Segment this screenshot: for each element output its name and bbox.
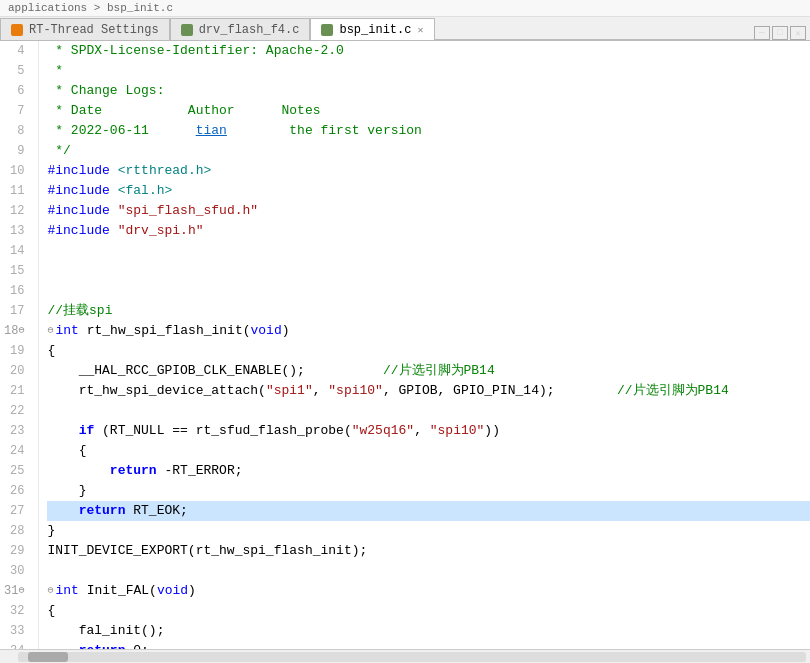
fold-31[interactable]: ⊖ bbox=[47, 581, 53, 601]
scroll-left-marker bbox=[0, 650, 14, 663]
code-text-17: //挂载spi bbox=[47, 301, 112, 321]
restore-button[interactable]: □ bbox=[772, 26, 788, 40]
tab-label-bsp: bsp_init.c bbox=[339, 23, 411, 37]
code-text-23g: )) bbox=[484, 421, 500, 441]
ln-16: 16 bbox=[4, 281, 30, 301]
code-text-34b: return bbox=[79, 641, 126, 649]
ln-10: 10 bbox=[4, 161, 30, 181]
line-numbers: 4 5 6 7 8 9 10 11 12 13 14 15 16 17 18⊖ … bbox=[0, 41, 39, 649]
tab-label-drv: drv_flash_f4.c bbox=[199, 23, 300, 37]
main-window: applications > bsp_init.c RT-Thread Sett… bbox=[0, 0, 810, 663]
code-line-9: */ bbox=[47, 141, 810, 161]
code-line-34: return 0; bbox=[47, 641, 810, 649]
tab-rt-thread-settings[interactable]: RT-Thread Settings bbox=[0, 18, 170, 40]
code-text-26: } bbox=[47, 481, 86, 501]
code-editor: 4 5 6 7 8 9 10 11 12 13 14 15 16 17 18⊖ … bbox=[0, 41, 810, 649]
code-text-10a: #include bbox=[47, 161, 109, 181]
ln-22: 22 bbox=[4, 401, 30, 421]
code-text-18a: int bbox=[55, 321, 78, 341]
code-text-18d: ) bbox=[282, 321, 290, 341]
ln-18: 18⊖ bbox=[4, 321, 30, 341]
code-text-6: * Change Logs: bbox=[47, 81, 164, 101]
ln-4: 4 bbox=[4, 41, 30, 61]
code-text-25a bbox=[47, 461, 109, 481]
code-text-13a: #include bbox=[47, 221, 109, 241]
ln-25: 25 bbox=[4, 461, 30, 481]
code-text-23b: if bbox=[79, 421, 95, 441]
ln-7: 7 bbox=[4, 101, 30, 121]
code-text-31a: int bbox=[55, 581, 78, 601]
h-scroll-track[interactable] bbox=[18, 652, 806, 662]
code-line-20: __HAL_RCC_GPIOB_CLK_ENABLE(); //片选引脚为PB1… bbox=[47, 361, 810, 381]
code-text-19: { bbox=[47, 341, 55, 361]
code-line-31: ⊖int Init_FAL(void) bbox=[47, 581, 810, 601]
code-text-23e: , bbox=[414, 421, 430, 441]
ln-28: 28 bbox=[4, 521, 30, 541]
ln-13: 13 bbox=[4, 221, 30, 241]
code-text-25c: -RT_ERROR; bbox=[157, 461, 243, 481]
code-text-7: * Date Author Notes bbox=[47, 101, 320, 121]
minimize-button[interactable]: — bbox=[754, 26, 770, 40]
code-line-33: fal_init(); bbox=[47, 621, 810, 641]
code-text-33: fal_init(); bbox=[47, 621, 164, 641]
code-line-8: * 2022-06-11 tian the first version bbox=[47, 121, 810, 141]
code-line-22 bbox=[47, 401, 810, 421]
code-line-32: { bbox=[47, 601, 810, 621]
code-text-18b: rt_hw_spi_flash_init( bbox=[79, 321, 251, 341]
code-text-11c: <fal.h> bbox=[118, 181, 173, 201]
code-text-32: { bbox=[47, 601, 55, 621]
code-line-25: return -RT_ERROR; bbox=[47, 461, 810, 481]
ln-20: 20 bbox=[4, 361, 30, 381]
h-scroll-thumb[interactable] bbox=[28, 652, 68, 662]
ln-11: 11 bbox=[4, 181, 30, 201]
code-text-13b bbox=[110, 221, 118, 241]
code-text-28: } bbox=[47, 521, 55, 541]
code-text-23a bbox=[47, 421, 78, 441]
ln-32: 32 bbox=[4, 601, 30, 621]
code-line-14 bbox=[47, 241, 810, 261]
ln-9: 9 bbox=[4, 141, 30, 161]
code-text-11a: #include bbox=[47, 181, 109, 201]
tab-bsp-init[interactable]: bsp_init.c ✕ bbox=[310, 18, 434, 40]
code-line-10: #include <rtthread.h> bbox=[47, 161, 810, 181]
code-line-5: * bbox=[47, 61, 810, 81]
code-text-23c: (RT_NULL == rt_sfud_flash_probe( bbox=[94, 421, 351, 441]
ln-31: 31⊖ bbox=[4, 581, 30, 601]
code-text-20b: //片选引脚为PB14 bbox=[383, 361, 495, 381]
ln-5: 5 bbox=[4, 61, 30, 81]
tab-close-bsp[interactable]: ✕ bbox=[417, 24, 423, 36]
bsp-init-icon bbox=[321, 24, 333, 36]
tab-bar: RT-Thread Settings drv_flash_f4.c bsp_in… bbox=[0, 17, 810, 41]
ln-15: 15 bbox=[4, 261, 30, 281]
code-text-8b[interactable]: tian bbox=[196, 121, 227, 141]
code-text-21c: , bbox=[313, 381, 329, 401]
code-text-12b bbox=[110, 201, 118, 221]
breadcrumb-text: applications > bsp_init.c bbox=[8, 2, 173, 14]
code-text-10b bbox=[110, 161, 118, 181]
code-text-31c: void bbox=[157, 581, 188, 601]
code-text-31b: Init_FAL( bbox=[79, 581, 157, 601]
code-line-24: { bbox=[47, 441, 810, 461]
ln-8: 8 bbox=[4, 121, 30, 141]
code-line-7: * Date Author Notes bbox=[47, 101, 810, 121]
code-text-23d: "w25q16" bbox=[352, 421, 414, 441]
code-text-27b: return bbox=[79, 501, 126, 521]
code-text-11b bbox=[110, 181, 118, 201]
horizontal-scrollbar[interactable] bbox=[0, 649, 810, 663]
code-line-26: } bbox=[47, 481, 810, 501]
ln-21: 21 bbox=[4, 381, 30, 401]
ln-12: 12 bbox=[4, 201, 30, 221]
close-button[interactable]: ✕ bbox=[790, 26, 806, 40]
code-content[interactable]: * SPDX-License-Identifier: Apache-2.0 * … bbox=[39, 41, 810, 649]
code-line-17: //挂载spi bbox=[47, 301, 810, 321]
code-line-19: { bbox=[47, 341, 810, 361]
code-line-18: ⊖int rt_hw_spi_flash_init(void) bbox=[47, 321, 810, 341]
tab-drv-flash[interactable]: drv_flash_f4.c bbox=[170, 18, 311, 40]
fold-18[interactable]: ⊖ bbox=[47, 321, 53, 341]
breadcrumb: applications > bsp_init.c bbox=[0, 0, 810, 17]
code-text-34a bbox=[47, 641, 78, 649]
code-line-16 bbox=[47, 281, 810, 301]
code-text-4: * SPDX-License-Identifier: Apache-2.0 bbox=[47, 41, 343, 61]
ln-14: 14 bbox=[4, 241, 30, 261]
code-text-21b: "spi1" bbox=[266, 381, 313, 401]
